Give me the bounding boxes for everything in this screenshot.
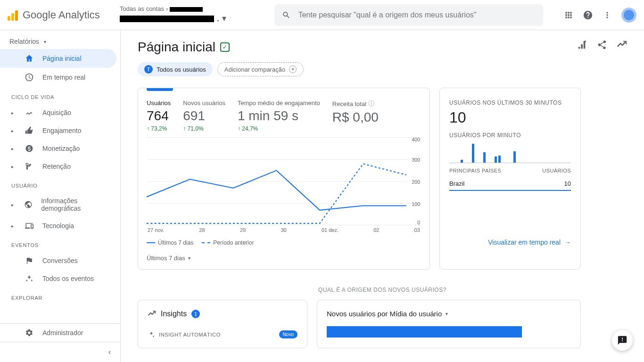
share-icon[interactable] [597, 40, 607, 50]
product-name: Google Analytics [23, 9, 100, 21]
section-lifecycle: CICLO DE VIDA [0, 87, 120, 104]
svg-text:0: 0 [417, 220, 420, 225]
users-line-chart: 400 300 200 100 0 [147, 137, 421, 226]
chip-add-comparison[interactable]: Adicionar comparação + [217, 62, 304, 76]
acquisition-icon [25, 108, 34, 117]
chip-all-users[interactable]: T Todos os usuários [138, 62, 213, 76]
period-selector[interactable]: Últimos 7 dias▾ [147, 255, 421, 262]
realtime-card: USUÁRIOS NOS ÚLTIMOS 30 MINUTOS 10 USUÁR… [439, 88, 581, 270]
nav-technology[interactable]: ▸Tecnologia [0, 217, 116, 235]
nav-retention[interactable]: ▸Retenção [0, 157, 116, 175]
customize-icon[interactable] [577, 40, 587, 50]
apps-icon[interactable] [564, 10, 573, 20]
nav-realtime[interactable]: Em tempo real [0, 68, 116, 87]
search-input[interactable] [298, 11, 536, 19]
nav-acquisition[interactable]: ▸Aquisição [0, 104, 116, 122]
globe-icon [24, 200, 33, 209]
nav-all-events[interactable]: Todos os eventos [0, 270, 116, 288]
new-chip: Novo [279, 330, 297, 338]
realtime-value: 10 [449, 109, 571, 126]
chip-t-icon: T [144, 65, 153, 74]
nav-monetization[interactable]: ▸Monetização [0, 140, 116, 157]
main-content: Página inicial ✓ T Todos os usuários Adi… [121, 30, 644, 362]
insights-card: Insights 1 INSIGHT AUTOMÁTICO Novo [138, 300, 307, 348]
svg-text:300: 300 [412, 157, 421, 163]
search-icon [282, 10, 291, 20]
devices-icon [25, 222, 34, 230]
nav-conversions[interactable]: Conversões [0, 252, 116, 270]
section-explore: EXPLORAR [0, 288, 120, 304]
clock-icon [25, 73, 34, 82]
chat-icon [617, 335, 627, 346]
metric-tab[interactable]: Usuários764↑ 73,2% [147, 99, 171, 132]
analytics-logo-icon [8, 9, 19, 21]
insights-icon[interactable] [617, 40, 627, 50]
metric-tab[interactable]: Tempo médio de engajamento1 min 59 s↑ 24… [238, 99, 320, 132]
view-realtime-link[interactable]: Visualizar em tempo real → [488, 239, 571, 246]
metric-tab[interactable]: Receita total ⓘR$ 0,00 [332, 99, 379, 132]
sidebar: Relatórios ▾ Página inicial Em tempo rea… [0, 30, 121, 362]
svg-text:100: 100 [412, 202, 421, 207]
page-title: Página inicial [138, 40, 215, 55]
plus-icon: + [289, 66, 297, 73]
realtime-title: USUÁRIOS NOS ÚLTIMOS 30 MINUTOS [449, 99, 571, 106]
events-icon [25, 274, 34, 283]
nav-engagement[interactable]: ▸Engajamento [0, 122, 116, 140]
source-bar [327, 326, 522, 337]
svg-text:200: 200 [412, 180, 421, 185]
verified-icon[interactable]: ✓ [220, 42, 230, 52]
home-icon [25, 54, 34, 63]
svg-text:400: 400 [412, 137, 421, 142]
new-users-by-medium-card: Novos usuários por Mídia do usuário▾ [317, 300, 581, 348]
metric-tab[interactable]: Novos usuários691↑ 71,0% [183, 99, 225, 132]
section-question: QUAL É A ORIGEM DOS NOVOS USUÁRIOS? [138, 287, 627, 293]
account-avatar[interactable] [621, 8, 636, 23]
gear-icon [25, 329, 34, 337]
engagement-icon [25, 126, 34, 135]
help-icon[interactable] [583, 10, 593, 20]
app-header: Google Analytics Todas as contas › . ▾ [0, 0, 644, 30]
sparkle-icon [148, 331, 155, 338]
realtime-bar-chart [449, 141, 571, 163]
nav-admin[interactable]: Administrador [0, 324, 116, 342]
collapse-sidebar-button[interactable]: ‹ [0, 342, 120, 362]
overview-metric-card: Usuários764↑ 73,2%Novos usuários691↑ 71,… [138, 88, 430, 270]
realtime-country-row[interactable]: Brazil 10 [449, 177, 571, 191]
nav-home[interactable]: Página inicial [0, 49, 116, 68]
monetization-icon [25, 144, 34, 153]
logo-block[interactable]: Google Analytics [8, 9, 116, 21]
trend-icon [148, 310, 156, 318]
source-card-title[interactable]: Novos usuários por Mídia do usuário▾ [327, 310, 571, 318]
more-vert-icon[interactable] [603, 10, 612, 20]
retention-icon [25, 162, 34, 171]
nav-demographics[interactable]: ▸Informações demográficas [0, 192, 116, 217]
account-selector[interactable]: Todas as contas › . ▾ [120, 5, 271, 24]
reports-selector[interactable]: Relatórios ▾ [0, 34, 120, 49]
flag-icon [25, 256, 34, 265]
section-events: EVENTOS [0, 235, 120, 252]
insights-count-badge: 1 [191, 310, 200, 318]
search-bar[interactable] [274, 4, 543, 26]
feedback-fab[interactable] [612, 330, 633, 351]
section-user: USUÁRIO [0, 175, 120, 192]
